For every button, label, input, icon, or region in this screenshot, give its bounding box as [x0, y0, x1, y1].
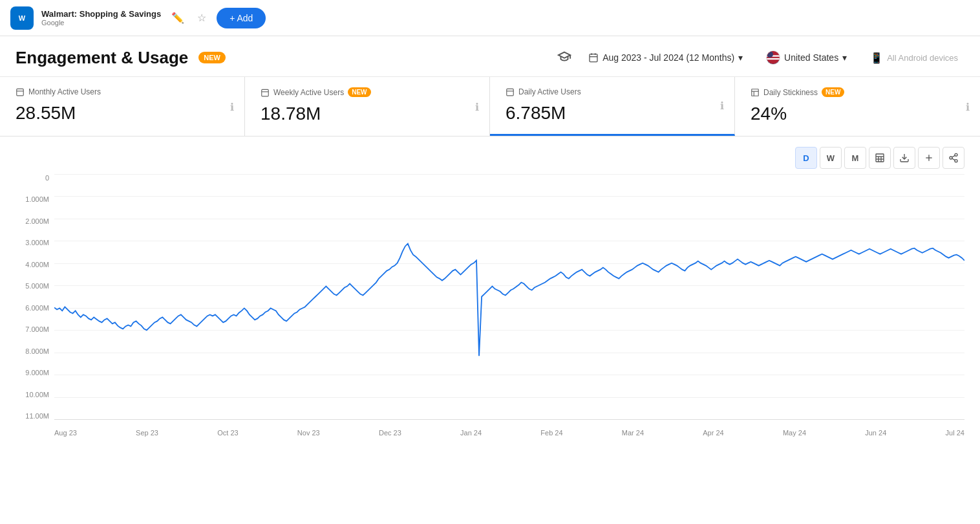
svg-line-30: [952, 158, 955, 160]
daily-value: 6.785M: [506, 103, 719, 124]
svg-rect-10: [17, 89, 24, 96]
chart-inner: [54, 174, 964, 420]
svg-rect-12: [262, 89, 269, 96]
x-label-jul: Jul 24: [946, 429, 964, 437]
svg-rect-2: [590, 54, 597, 62]
svg-point-28: [950, 157, 952, 159]
chart-polyline: [54, 244, 964, 356]
y-label-0: 11.00M: [16, 412, 54, 420]
excel-btn[interactable]: [869, 147, 891, 169]
stickiness-label: Daily Stickiness NEW: [751, 87, 964, 97]
y-label-11: 0: [16, 174, 54, 182]
svg-line-31: [952, 155, 955, 157]
stickiness-value: 24%: [751, 104, 964, 124]
page-header: Engagement & Usage NEW Aug 2023 - Jul 20…: [0, 36, 980, 77]
y-label-2: 9.000M: [16, 369, 54, 377]
chart-area: D W M 11.00M 10.00M 9.: [0, 136, 980, 456]
y-label-3: 8.000M: [16, 347, 54, 355]
country-filter[interactable]: United States ▾: [760, 47, 853, 69]
y-label-5: 6.000M: [16, 304, 54, 312]
stickiness-new-badge: NEW: [822, 87, 844, 97]
app-info: Walmart: Shopping & Savings Google: [41, 9, 161, 27]
svg-rect-8: [767, 58, 780, 60]
y-label-7: 4.000M: [16, 261, 54, 268]
x-axis: Aug 23 Sep 23 Oct 23 Nov 23 Dec 23 Jan 2…: [54, 420, 964, 446]
device-label: All Android devices: [887, 53, 958, 63]
date-filter-chevron: ▾: [738, 52, 743, 63]
x-label-jan: Jan 24: [460, 429, 482, 437]
page-title: Engagement & Usage: [16, 48, 188, 68]
svg-rect-32: [54, 174, 964, 419]
edit-icon[interactable]: ✏️: [169, 9, 187, 27]
weekly-label: Weekly Active Users NEW: [261, 87, 474, 97]
weekly-value: 18.78M: [261, 104, 474, 124]
app-icon: W: [10, 6, 34, 30]
stickiness-info-icon[interactable]: ℹ: [966, 100, 970, 113]
time-btn-w[interactable]: W: [820, 147, 842, 169]
daily-info-icon[interactable]: ℹ: [720, 100, 724, 112]
chart-svg: [54, 174, 964, 419]
device-icon: 📱: [870, 52, 883, 64]
x-label-apr: Apr 24: [703, 429, 723, 437]
x-label-nov: Nov 23: [297, 429, 320, 437]
star-icon[interactable]: ☆: [195, 9, 209, 27]
app-name: Walmart: Shopping & Savings: [41, 9, 161, 19]
share-btn[interactable]: [943, 147, 964, 169]
device-filter[interactable]: 📱 All Android devices: [864, 48, 964, 68]
date-filter[interactable]: Aug 2023 - Jul 2024 (12 Months) ▾: [582, 49, 749, 67]
add-button[interactable]: + Add: [217, 8, 266, 28]
svg-point-29: [955, 160, 957, 162]
chart-container: 11.00M 10.00M 9.000M 8.000M 7.000M 6.000…: [16, 174, 964, 446]
svg-point-27: [955, 153, 957, 156]
y-label-8: 3.000M: [16, 239, 54, 246]
download-btn[interactable]: [893, 147, 915, 169]
y-label-10: 1.000M: [16, 195, 54, 203]
country-label: United States: [784, 52, 838, 63]
monthly-value: 28.55M: [16, 103, 229, 124]
metric-daily: Daily Active Users 6.785M ℹ: [490, 77, 735, 136]
y-axis: 11.00M 10.00M 9.000M 8.000M 7.000M 6.000…: [16, 174, 54, 420]
header-new-badge: NEW: [198, 52, 226, 63]
y-label-9: 2.000M: [16, 217, 54, 225]
y-label-6: 5.000M: [16, 282, 54, 290]
monthly-label: Monthly Active Users: [16, 87, 229, 96]
svg-rect-14: [507, 89, 514, 96]
weekly-info-icon[interactable]: ℹ: [475, 100, 479, 113]
metric-weekly: Weekly Active Users NEW 18.78M ℹ: [245, 77, 490, 136]
x-label-sep: Sep 23: [136, 429, 158, 437]
y-label-1: 10.00M: [16, 391, 54, 398]
metrics-row: Monthly Active Users 28.55M ℹ Weekly Act…: [0, 77, 980, 136]
header-controls: Aug 2023 - Jul 2024 (12 Months) ▾ United…: [557, 47, 964, 69]
x-label-mar: Mar 24: [622, 429, 644, 437]
time-btn-d[interactable]: D: [795, 147, 817, 169]
add-chart-btn[interactable]: [918, 147, 940, 169]
x-label-aug: Aug 23: [54, 429, 77, 437]
monthly-info-icon[interactable]: ℹ: [230, 100, 234, 113]
x-label-jun: Jun 24: [865, 429, 886, 437]
y-label-4: 7.000M: [16, 325, 54, 333]
chart-toolbar: D W M: [16, 147, 964, 169]
date-range-label: Aug 2023 - Jul 2024 (12 Months): [602, 52, 734, 63]
weekly-new-badge: NEW: [348, 87, 370, 97]
x-label-feb: Feb 24: [540, 429, 562, 437]
metric-stickiness: Daily Stickiness NEW 24% ℹ: [735, 77, 980, 136]
x-label-dec: Dec 23: [379, 429, 401, 437]
top-bar: W Walmart: Shopping & Savings Google ✏️ …: [0, 0, 980, 36]
svg-rect-19: [876, 154, 884, 162]
daily-label: Daily Active Users: [506, 87, 719, 96]
svg-rect-9: [767, 51, 773, 58]
x-label-oct: Oct 23: [217, 429, 238, 437]
time-btn-m[interactable]: M: [844, 147, 866, 169]
metric-monthly: Monthly Active Users 28.55M ℹ: [0, 77, 245, 136]
x-label-may: May 24: [783, 429, 806, 437]
learn-icon[interactable]: [557, 49, 571, 67]
us-flag: [766, 50, 780, 65]
svg-rect-16: [752, 89, 759, 96]
svg-text:W: W: [19, 14, 26, 21]
country-chevron: ▾: [842, 52, 847, 63]
app-source: Google: [41, 19, 161, 27]
